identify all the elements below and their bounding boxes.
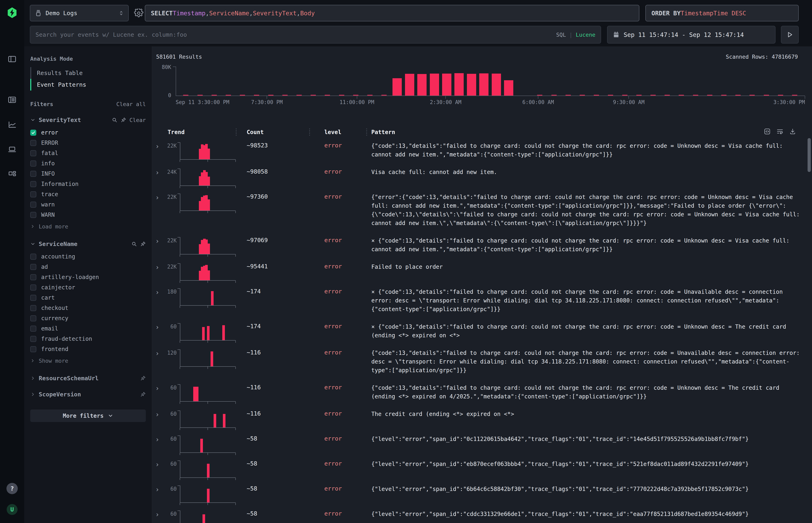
select-query-input[interactable]: SELECT Timestamp, ServiceName, SeverityT…	[145, 5, 639, 21]
clear-filter-button[interactable]: Clear	[129, 117, 146, 123]
table-row[interactable]: ›60~58error{"level":"error","span_id":"6…	[152, 483, 805, 508]
chevron-right-icon[interactable]	[30, 358, 35, 363]
filter-option[interactable]: WARN	[30, 210, 146, 220]
histogram-bar[interactable]	[405, 74, 414, 95]
filter-option[interactable]: accounting	[30, 251, 146, 262]
checkbox[interactable]	[30, 161, 36, 166]
checkbox[interactable]	[30, 274, 36, 280]
wrap-text-icon[interactable]	[777, 128, 783, 135]
filter-option[interactable]: checkout	[30, 303, 146, 313]
chevron-right-icon[interactable]	[30, 376, 35, 381]
pin-icon[interactable]	[140, 375, 146, 381]
row-expand-chevron-icon[interactable]: ›	[155, 349, 159, 357]
filter-option[interactable]: warn	[30, 199, 146, 210]
checkbox[interactable]	[30, 191, 36, 197]
row-expand-chevron-icon[interactable]: ›	[155, 237, 159, 245]
row-expand-chevron-icon[interactable]: ›	[155, 486, 159, 493]
checkbox[interactable]	[30, 336, 36, 342]
table-row[interactable]: ›22K~97360error{"error":{"code":13,"deta…	[152, 191, 805, 234]
histogram-bar[interactable]	[430, 74, 439, 95]
row-expand-chevron-icon[interactable]: ›	[155, 194, 159, 201]
filter-option[interactable]: fraud-detection	[30, 334, 146, 344]
histogram-bar[interactable]	[467, 74, 476, 95]
row-expand-chevron-icon[interactable]: ›	[155, 384, 159, 392]
vertical-scrollbar[interactable]	[808, 138, 811, 172]
histogram-bar[interactable]	[392, 78, 402, 95]
checkbox[interactable]	[30, 130, 36, 136]
source-settings-button[interactable]	[134, 8, 143, 19]
row-expand-chevron-icon[interactable]: ›	[155, 288, 159, 296]
logs-search-icon[interactable]	[0, 93, 24, 107]
filter-option[interactable]: Information	[30, 179, 146, 189]
column-resize-handle[interactable]	[236, 128, 236, 136]
download-icon[interactable]	[790, 128, 796, 135]
row-expand-chevron-icon[interactable]: ›	[155, 323, 159, 331]
filter-option[interactable]: error	[30, 127, 146, 138]
time-range-picker[interactable]: Sep 11 15:47:14 - Sep 12 15:47:14	[607, 26, 776, 43]
show-more-button[interactable]: Show more	[30, 356, 146, 365]
more-filters-button[interactable]: More filters	[30, 410, 146, 422]
row-expand-chevron-icon[interactable]: ›	[155, 461, 159, 468]
pin-icon[interactable]	[140, 241, 146, 247]
checkbox[interactable]	[30, 150, 36, 156]
search-input[interactable]: Search your events w/ Lucene ex. column:…	[30, 26, 601, 43]
table-row[interactable]: ›60~58error{"level":"error","span_id":"c…	[152, 508, 805, 523]
histogram-bar[interactable]	[504, 80, 513, 95]
table-row[interactable]: ›22K~98523error{"code":13,"details":"fai…	[152, 140, 805, 166]
run-query-button[interactable]	[781, 26, 799, 43]
row-expand-chevron-icon[interactable]: ›	[155, 435, 159, 443]
chevron-down-icon[interactable]	[30, 241, 35, 247]
filter-option[interactable]: email	[30, 323, 146, 334]
collapsed-group-name[interactable]: ResourceSchemaUrl	[39, 375, 137, 382]
filter-option[interactable]: INFO	[30, 168, 146, 179]
collapsed-group-resourceschemaurl[interactable]: ResourceSchemaUrl	[30, 375, 146, 382]
checkbox[interactable]	[30, 305, 36, 311]
histogram-bar[interactable]	[417, 74, 427, 95]
table-row[interactable]: ›60~58error{"level":"error","span_id":"0…	[152, 433, 805, 458]
source-select[interactable]: Demo Logs	[30, 5, 129, 21]
clear-all-filters-button[interactable]: Clear all	[117, 101, 146, 107]
tab-results-table[interactable]: Results Table	[30, 67, 146, 79]
checkbox[interactable]	[30, 212, 36, 218]
filter-option[interactable]: fatal	[30, 148, 146, 158]
filter-option[interactable]: cart	[30, 292, 146, 303]
sidebar-toggle-icon[interactable]	[0, 52, 24, 66]
chevron-right-icon[interactable]	[30, 224, 35, 229]
pin-icon[interactable]	[140, 392, 146, 397]
app-logo[interactable]	[0, 6, 24, 20]
chevron-right-icon[interactable]	[30, 392, 35, 397]
events-histogram[interactable]: 80K 0	[176, 67, 805, 96]
checkbox[interactable]	[30, 326, 36, 332]
table-row[interactable]: ›22K~95441errorFailed to place order	[152, 260, 805, 286]
checkbox[interactable]	[30, 202, 36, 208]
column-resize-handle[interactable]	[309, 128, 310, 136]
lang-lucene-button[interactable]: Lucene	[576, 32, 595, 38]
chevron-down-icon[interactable]	[30, 118, 35, 123]
col-header-pattern[interactable]: Pattern	[371, 129, 395, 136]
row-expand-chevron-icon[interactable]: ›	[155, 510, 159, 518]
histogram-bar[interactable]	[492, 74, 501, 95]
collapsed-group-name[interactable]: ScopeVersion	[39, 391, 137, 398]
checkbox[interactable]	[30, 295, 36, 301]
user-avatar[interactable]: U	[0, 502, 24, 517]
histogram-bar[interactable]	[442, 74, 452, 95]
histogram-bar[interactable]	[454, 73, 464, 95]
checkbox[interactable]	[30, 264, 36, 270]
dashboards-icon[interactable]	[0, 167, 24, 181]
filter-option[interactable]: artillery-loadgen	[30, 272, 146, 282]
col-header-trend[interactable]: Trend	[167, 129, 184, 136]
col-header-level[interactable]: level	[324, 129, 341, 136]
table-row[interactable]: ›60~174error× {"code":13,"details":"fail…	[152, 320, 805, 347]
collapsed-group-scopeversion[interactable]: ScopeVersion	[30, 391, 146, 398]
row-expand-chevron-icon[interactable]: ›	[155, 168, 159, 176]
help-button[interactable]: ?	[0, 482, 24, 495]
load-more-button[interactable]: Load more	[30, 221, 146, 231]
col-header-count[interactable]: Count	[247, 129, 264, 136]
filter-option[interactable]: ad	[30, 262, 146, 272]
filter-group-name[interactable]: ServiceName	[39, 240, 77, 247]
filter-option[interactable]: cainjector	[30, 282, 146, 292]
checkbox[interactable]	[30, 140, 36, 146]
table-row[interactable]: ›120~116error{"code":13,"details":"faile…	[152, 347, 805, 381]
row-expand-chevron-icon[interactable]: ›	[155, 411, 159, 418]
search-icon[interactable]	[112, 117, 117, 123]
